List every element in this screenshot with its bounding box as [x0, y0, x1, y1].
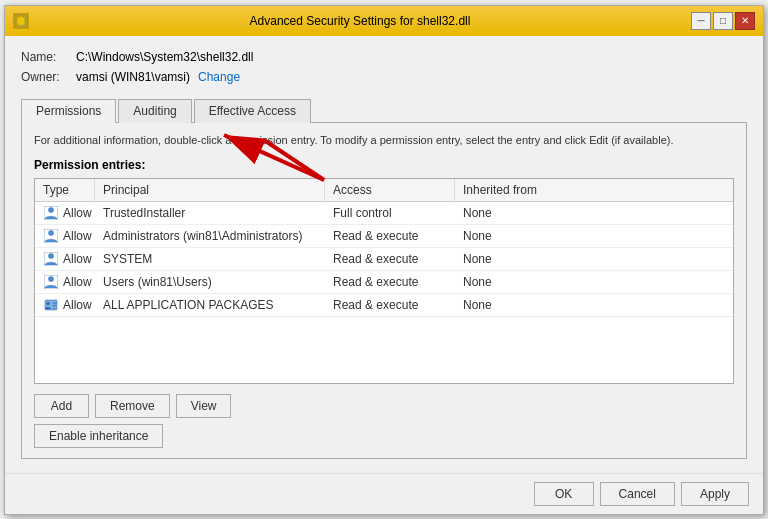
cell-type-2: Allow: [35, 248, 95, 270]
cell-inherited-2: None: [455, 249, 585, 269]
cell-principal-1: Administrators (win81\Administrators): [95, 226, 325, 246]
view-button[interactable]: View: [176, 394, 232, 418]
cell-type-3: Allow: [35, 271, 95, 293]
cell-inherited-4: None: [455, 295, 585, 315]
user-icon-1: [43, 228, 59, 244]
title-bar: Advanced Security Settings for shell32.d…: [5, 6, 763, 36]
table-row[interactable]: Allow Users (win81\Users) Read & execute…: [35, 271, 733, 294]
window-title: Advanced Security Settings for shell32.d…: [29, 14, 691, 28]
cell-access-0: Full control: [325, 203, 455, 223]
cell-principal-0: TrustedInstaller: [95, 203, 325, 223]
table-header: Type Principal Access Inherited from: [35, 179, 733, 202]
svg-point-7: [49, 276, 54, 281]
table-row[interactable]: Allow Administrators (win81\Administrato…: [35, 225, 733, 248]
entry-buttons: Add Remove View: [34, 394, 734, 418]
cell-principal-3: Users (win81\Users): [95, 272, 325, 292]
user-icon-2: [43, 251, 59, 267]
owner-row: Owner: vamsi (WIN81\vamsi) Change: [21, 70, 747, 84]
svg-point-5: [49, 253, 54, 258]
cell-principal-4: ALL APPLICATION PACKAGES: [95, 295, 325, 315]
cell-type-1: Allow: [35, 225, 95, 247]
svg-point-3: [49, 230, 54, 235]
col-principal: Principal: [95, 179, 325, 201]
window-controls: ─ □ ✕: [691, 12, 755, 30]
apply-button[interactable]: Apply: [681, 482, 749, 506]
cell-inherited-3: None: [455, 272, 585, 292]
change-link[interactable]: Change: [198, 70, 240, 84]
cell-access-2: Read & execute: [325, 249, 455, 269]
cell-inherited-1: None: [455, 226, 585, 246]
ok-button[interactable]: OK: [534, 482, 594, 506]
cell-access-1: Read & execute: [325, 226, 455, 246]
tab-bar: Permissions Auditing Effective Access: [21, 98, 747, 123]
table-row[interactable]: Allow TrustedInstaller Full control None: [35, 202, 733, 225]
user-icon-3: [43, 274, 59, 290]
add-button[interactable]: Add: [34, 394, 89, 418]
cell-principal-2: SYSTEM: [95, 249, 325, 269]
tab-effective-access[interactable]: Effective Access: [194, 99, 311, 123]
cell-type-0: Allow: [35, 202, 95, 224]
entries-label: Permission entries:: [34, 158, 734, 172]
col-type: Type: [35, 179, 95, 201]
name-value: C:\Windows\System32\shell32.dll: [76, 50, 253, 64]
tab-content-permissions: For additional information, double-click…: [21, 123, 747, 459]
dialog-footer: OK Cancel Apply: [5, 473, 763, 514]
cell-access-4: Read & execute: [325, 295, 455, 315]
table-row[interactable]: Allow ALL APPLICATION PACKAGES Read & ex…: [35, 294, 733, 317]
tab-permissions[interactable]: Permissions: [21, 99, 116, 123]
owner-value: vamsi (WIN81\vamsi): [76, 70, 190, 84]
minimize-button[interactable]: ─: [691, 12, 711, 30]
tab-auditing[interactable]: Auditing: [118, 99, 191, 123]
table-body: Allow TrustedInstaller Full control None: [35, 202, 733, 317]
close-button[interactable]: ✕: [735, 12, 755, 30]
cell-inherited-0: None: [455, 203, 585, 223]
col-inherited: Inherited from: [455, 179, 585, 201]
table-row[interactable]: Allow SYSTEM Read & execute None: [35, 248, 733, 271]
svg-point-1: [49, 207, 54, 212]
description-text: For additional information, double-click…: [34, 133, 734, 148]
permissions-table: Type Principal Access Inherited from: [34, 178, 734, 384]
enable-inheritance-button[interactable]: Enable inheritance: [34, 424, 163, 448]
user-icon-0: [43, 205, 59, 221]
name-row: Name: C:\Windows\System32\shell32.dll: [21, 50, 747, 64]
svg-point-10: [47, 302, 50, 305]
main-window: Advanced Security Settings for shell32.d…: [4, 5, 764, 515]
cell-access-3: Read & execute: [325, 272, 455, 292]
cancel-button[interactable]: Cancel: [600, 482, 675, 506]
maximize-button[interactable]: □: [713, 12, 733, 30]
col-access: Access: [325, 179, 455, 201]
name-label: Name:: [21, 50, 76, 64]
remove-button[interactable]: Remove: [95, 394, 170, 418]
owner-label: Owner:: [21, 70, 76, 84]
cell-type-4: Allow: [35, 294, 95, 316]
inheritance-row: Enable inheritance: [34, 424, 734, 448]
user-icon-4: [43, 297, 59, 313]
dialog-content: Name: C:\Windows\System32\shell32.dll Ow…: [5, 36, 763, 473]
window-icon: [13, 13, 29, 29]
